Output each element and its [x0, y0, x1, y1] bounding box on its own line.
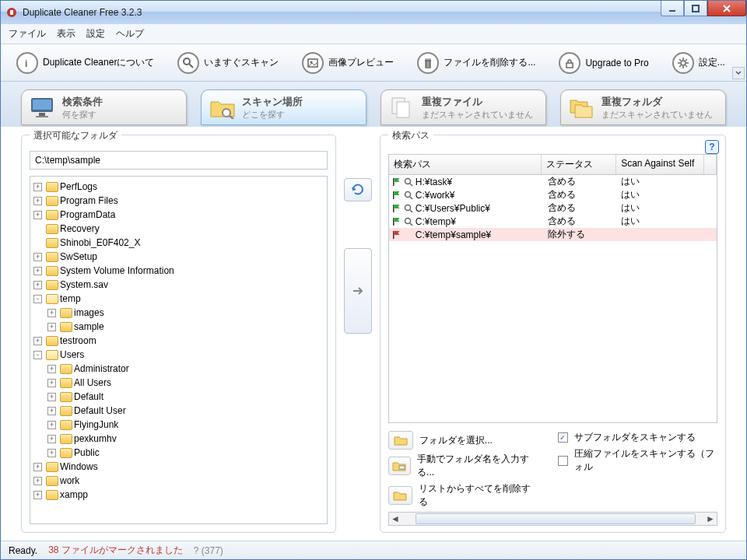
expand-icon[interactable]: + — [33, 477, 42, 485]
image-preview-button[interactable]: 画像プレビュー — [294, 49, 402, 77]
grid-row[interactable]: C:¥Users¥Public¥含めるはい — [389, 201, 717, 215]
expand-icon[interactable]: + — [47, 379, 56, 387]
tree-item-label: Windows — [60, 460, 98, 474]
path-cell: C:¥Users¥Public¥ — [416, 203, 490, 214]
expand-icon[interactable]: + — [47, 421, 56, 429]
about-button[interactable]: i Duplicate Cleanerについて — [9, 49, 162, 77]
tree-item[interactable]: -temp — [33, 292, 325, 306]
folder-icon — [46, 238, 58, 248]
folder-icon — [60, 364, 72, 374]
expand-icon[interactable]: + — [47, 449, 56, 457]
expand-icon[interactable]: + — [47, 407, 56, 415]
select-folder-button[interactable]: フォルダを選択... — [388, 431, 535, 450]
tree-item[interactable]: +PerfLogs — [33, 180, 325, 194]
settings-button[interactable]: 設定... — [665, 49, 733, 77]
tree-item[interactable]: +testroom — [33, 334, 325, 348]
folder-tree[interactable]: +PerfLogs+Program Files+ProgramDataRecov… — [30, 176, 328, 524]
tree-item[interactable]: -Users — [33, 348, 325, 362]
col-self[interactable]: Scan Against Self — [616, 155, 704, 174]
expand-icon[interactable]: + — [47, 393, 56, 401]
add-path-button[interactable] — [344, 248, 372, 334]
tab-criteria[interactable]: 検索条件何を探す — [21, 89, 187, 125]
folders-icon — [569, 96, 595, 119]
tree-item[interactable]: +work — [33, 474, 325, 488]
collapse-icon[interactable]: - — [33, 351, 42, 359]
menu-view[interactable]: 表示 — [57, 27, 75, 40]
tab-dup-files[interactable]: 重複ファイルまだスキャンされていません — [381, 89, 546, 125]
tree-item[interactable]: +Program Files — [33, 194, 325, 208]
expand-icon[interactable]: + — [47, 435, 56, 443]
grid-row[interactable]: C:¥temp¥含めるはい — [389, 215, 717, 228]
tree-item-label: FlyingJunk — [74, 418, 118, 432]
folder-icon — [46, 476, 58, 486]
grid-row[interactable]: H:¥task¥含めるはい — [389, 175, 717, 188]
scan-now-button[interactable]: いますぐスキャン — [170, 49, 286, 77]
tree-item[interactable]: +Default User — [47, 404, 325, 418]
magnifier-icon — [404, 204, 413, 213]
tree-item[interactable]: +ProgramData — [33, 208, 325, 222]
tree-item[interactable]: +Public — [47, 446, 325, 460]
path-cell: C:¥work¥ — [416, 190, 455, 201]
tab-scan-location[interactable]: スキャン場所どこを探す — [201, 89, 366, 125]
trash-icon — [417, 52, 439, 74]
expand-icon[interactable]: + — [33, 183, 42, 191]
tree-item[interactable]: Shinobi_E0F402_X — [33, 236, 325, 250]
self-cell: はい — [618, 201, 704, 215]
tree-item[interactable]: +System.sav — [33, 278, 325, 292]
tab-dup-folders[interactable]: 重複フォルダまだスキャンされていません — [560, 89, 726, 125]
expand-icon[interactable]: + — [47, 365, 56, 373]
manual-input-button[interactable]: 手動でフォルダ名を入力する... — [388, 453, 535, 479]
grid-row[interactable]: C:¥temp¥sample¥除外する — [389, 228, 717, 241]
expand-icon[interactable]: + — [33, 253, 42, 261]
tree-item[interactable]: +Default — [47, 390, 325, 404]
expand-icon[interactable]: + — [33, 337, 42, 345]
expand-icon[interactable]: + — [33, 211, 42, 219]
expand-icon[interactable]: + — [33, 281, 42, 289]
refresh-button[interactable] — [344, 178, 372, 201]
tree-item[interactable]: +sample — [47, 320, 325, 334]
expand-icon[interactable]: + — [47, 323, 56, 331]
collapse-icon[interactable]: - — [33, 295, 42, 303]
tree-item[interactable]: +System Volume Information — [33, 264, 325, 278]
folder-search-icon — [209, 96, 236, 119]
close-button[interactable] — [707, 1, 746, 16]
info-icon: i — [16, 52, 38, 74]
col-path[interactable]: 検索パス — [389, 155, 542, 174]
col-status[interactable]: ステータス — [542, 155, 616, 174]
toolbar: i Duplicate Cleanerについて いますぐスキャン 画像プレビュー… — [1, 44, 746, 82]
flag-icon — [392, 204, 402, 213]
minimize-button[interactable] — [661, 1, 684, 16]
expand-icon[interactable]: + — [33, 463, 42, 471]
scan-archives-checkbox[interactable]: 圧縮ファイルをスキャンする（フォル — [558, 447, 717, 474]
menu-help[interactable]: ヘルプ — [116, 27, 144, 40]
tree-item[interactable]: +All Users — [47, 376, 325, 390]
scan-subfolders-checkbox[interactable]: ✓サブフォルダをスキャンする — [558, 431, 717, 444]
grid-body[interactable]: H:¥task¥含めるはいC:¥work¥含めるはいC:¥Users¥Publi… — [389, 175, 717, 422]
menu-settings[interactable]: 設定 — [86, 27, 105, 40]
help-button[interactable]: ? — [705, 140, 719, 154]
remove-all-button[interactable]: リストからすべてを削除する — [388, 482, 535, 509]
expand-icon[interactable]: + — [33, 267, 42, 275]
maximize-button[interactable] — [684, 1, 707, 16]
tab-strip: 検索条件何を探す スキャン場所どこを探す 重複ファイルまだスキャンされていません… — [1, 82, 746, 127]
menu-file[interactable]: ファイル — [9, 27, 46, 40]
tree-item[interactable]: +Windows — [33, 460, 325, 474]
expand-icon[interactable]: + — [33, 491, 42, 499]
horizontal-scrollbar[interactable]: ◄► — [388, 512, 717, 526]
tree-item[interactable]: +xampp — [33, 488, 325, 502]
tree-item[interactable]: +SwSetup — [33, 250, 325, 264]
upgrade-button[interactable]: Upgrade to Pro — [551, 49, 656, 77]
svg-line-6 — [189, 64, 193, 68]
expand-icon[interactable]: + — [33, 197, 42, 205]
tree-item[interactable]: +Administrator — [47, 362, 325, 376]
path-input[interactable] — [30, 151, 328, 170]
grid-row[interactable]: C:¥work¥含めるはい — [389, 188, 717, 201]
tree-item[interactable]: +FlyingJunk — [47, 418, 325, 432]
tree-item[interactable]: +pexkumhv — [47, 432, 325, 446]
svg-line-18 — [679, 65, 681, 67]
tree-item[interactable]: +images — [47, 306, 325, 320]
tree-item[interactable]: Recovery — [33, 222, 325, 236]
toolbar-overflow-button[interactable] — [732, 67, 745, 79]
expand-icon[interactable]: + — [47, 309, 56, 317]
delete-files-button[interactable]: ファイルを削除する... — [409, 49, 543, 77]
